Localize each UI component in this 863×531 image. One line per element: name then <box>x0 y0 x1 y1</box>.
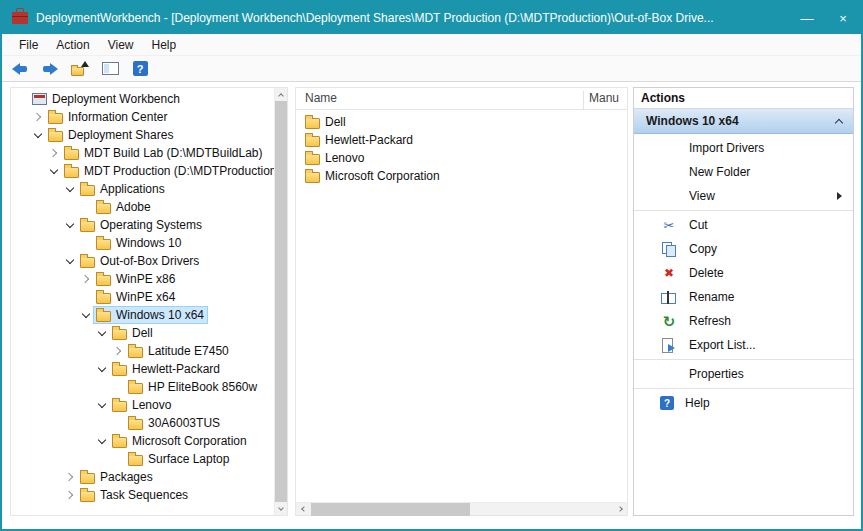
action-delete[interactable]: ✖Delete <box>634 261 853 285</box>
expander-spacer <box>79 288 93 306</box>
tree-item-mdt-production-d-mdtproduction[interactable]: MDT Production (D:\MDTProduction) <box>11 162 274 180</box>
menu-file[interactable]: File <box>10 35 47 55</box>
action-view[interactable]: View <box>634 184 853 208</box>
tree-item-mdt-build-lab-d-mdtbuildlab[interactable]: MDT Build Lab (D:\MDTBuildLab) <box>11 144 274 162</box>
scroll-left-button[interactable] <box>296 503 309 516</box>
expander-spacer <box>15 90 29 108</box>
tree-item-content: Deployment Workbench <box>29 90 184 108</box>
help-icon <box>133 61 148 76</box>
column-header-manufacturer[interactable]: Manu <box>583 91 627 109</box>
minimize-button[interactable]: — <box>789 2 825 34</box>
action-refresh[interactable]: ↻Refresh <box>634 309 853 333</box>
action-help[interactable]: ?Help <box>634 391 853 415</box>
list-item-lenovo[interactable]: Lenovo <box>296 149 627 167</box>
column-header-name[interactable]: Name <box>296 91 583 109</box>
show-console-tree-button[interactable] <box>98 58 122 80</box>
tree-item-lenovo[interactable]: Lenovo <box>11 396 274 414</box>
back-button[interactable] <box>8 58 32 80</box>
folder-icon <box>96 203 111 214</box>
app-icon <box>12 12 28 24</box>
menu-action[interactable]: Action <box>47 35 98 55</box>
scrollbar-thumb[interactable] <box>311 503 470 516</box>
refresh-icon: ↻ <box>660 313 678 329</box>
action-properties[interactable]: Properties <box>634 362 853 386</box>
results-list: DellHewlett-PackardLenovoMicrosoft Corpo… <box>296 110 627 502</box>
list-horizontal-scrollbar[interactable] <box>296 502 627 515</box>
tree-item-surface-laptop[interactable]: Surface Laptop <box>11 450 274 468</box>
folder-icon <box>305 136 320 147</box>
scrollbar-thumb[interactable] <box>275 101 288 502</box>
chevron-down-icon[interactable] <box>95 360 109 378</box>
tree-item-deployment-workbench[interactable]: Deployment Workbench <box>11 90 274 108</box>
scroll-up-button[interactable] <box>275 88 288 101</box>
tree-item-label: HP EliteBook 8560w <box>148 380 257 394</box>
list-item-dell[interactable]: Dell <box>296 113 627 131</box>
chevron-right-icon[interactable] <box>111 342 125 360</box>
action-copy[interactable]: Copy <box>634 237 853 261</box>
icon-spacer <box>660 140 678 156</box>
chevron-down-icon[interactable] <box>95 324 109 342</box>
action-rename[interactable]: Rename <box>634 285 853 309</box>
action-export-list[interactable]: Export List... <box>634 333 853 357</box>
tree-item-latitude-e7450[interactable]: Latitude E7450 <box>11 342 274 360</box>
tree-item-30a6003tus[interactable]: 30A6003TUS <box>11 414 274 432</box>
action-import-drivers[interactable]: Import Drivers <box>634 136 853 160</box>
tree-item-label: WinPE x86 <box>116 272 175 286</box>
chevron-down-icon[interactable] <box>95 432 109 450</box>
tree-item-winpe-x64[interactable]: WinPE x64 <box>11 288 274 306</box>
folder-icon <box>112 329 127 340</box>
list-header: Name Manu <box>296 88 627 110</box>
folder-icon <box>64 167 79 178</box>
chevron-down-icon[interactable] <box>63 180 77 198</box>
chevron-down-icon[interactable] <box>79 306 93 324</box>
list-item-microsoft-corporation[interactable]: Microsoft Corporation <box>296 167 627 185</box>
tree-item-microsoft-corporation[interactable]: Microsoft Corporation <box>11 432 274 450</box>
chevron-right-icon[interactable] <box>63 468 77 486</box>
action-new-folder[interactable]: New Folder <box>634 160 853 184</box>
scroll-down-button[interactable] <box>275 502 288 515</box>
tree-item-operating-systems[interactable]: Operating Systems <box>11 216 274 234</box>
tree-item-hp-elitebook-8560w[interactable]: HP EliteBook 8560w <box>11 378 274 396</box>
menu-view[interactable]: View <box>99 35 143 55</box>
tree-item-out-of-box-drivers[interactable]: Out-of-Box Drivers <box>11 252 274 270</box>
chevron-right-icon[interactable] <box>79 270 93 288</box>
tree-item-task-sequences[interactable]: Task Sequences <box>11 486 274 504</box>
folder-icon <box>128 455 143 466</box>
chevron-right-icon[interactable] <box>47 144 61 162</box>
chevron-down-icon[interactable] <box>47 162 61 180</box>
tree-item-content: Packages <box>77 468 157 486</box>
list-item-hewlett-packard[interactable]: Hewlett-Packard <box>296 131 627 149</box>
chevron-right-icon[interactable] <box>31 108 45 126</box>
chevron-down-icon[interactable] <box>31 126 45 144</box>
toolbar-help-button[interactable] <box>128 58 152 80</box>
tree-item-content: Latitude E7450 <box>125 342 233 360</box>
close-button[interactable]: × <box>825 2 861 34</box>
tree-item-packages[interactable]: Packages <box>11 468 274 486</box>
collapse-group-icon[interactable] <box>835 119 843 127</box>
tree-item-windows-10-x64[interactable]: Windows 10 x64 <box>11 306 274 324</box>
tree-item-information-center[interactable]: Information Center <box>11 108 274 126</box>
tree-item-dell[interactable]: Dell <box>11 324 274 342</box>
tree-vertical-scrollbar[interactable] <box>274 88 287 515</box>
icon-spacer <box>660 188 678 204</box>
up-one-level-button[interactable] <box>68 58 92 80</box>
chevron-down-icon[interactable] <box>63 252 77 270</box>
chevron-down-icon[interactable] <box>63 216 77 234</box>
tree-item-windows-10[interactable]: Windows 10 <box>11 234 274 252</box>
tree-item-content: Out-of-Box Drivers <box>77 252 203 270</box>
action-cut[interactable]: ✂Cut <box>634 213 853 237</box>
actions-group-windows-10-x64[interactable]: Windows 10 x64 <box>634 109 853 134</box>
scrollbar-track[interactable] <box>309 503 614 516</box>
tree-item-winpe-x86[interactable]: WinPE x86 <box>11 270 274 288</box>
tree-item-deployment-shares[interactable]: Deployment Shares <box>11 126 274 144</box>
chevron-right-icon[interactable] <box>63 486 77 504</box>
list-item-label: Lenovo <box>325 151 364 165</box>
expander-spacer <box>79 198 93 216</box>
tree-item-hewlett-packard[interactable]: Hewlett-Packard <box>11 360 274 378</box>
tree-item-applications[interactable]: Applications <box>11 180 274 198</box>
forward-button[interactable] <box>38 58 62 80</box>
scroll-right-button[interactable] <box>614 503 627 516</box>
chevron-down-icon[interactable] <box>95 396 109 414</box>
menu-help[interactable]: Help <box>143 35 186 55</box>
tree-item-adobe[interactable]: Adobe <box>11 198 274 216</box>
